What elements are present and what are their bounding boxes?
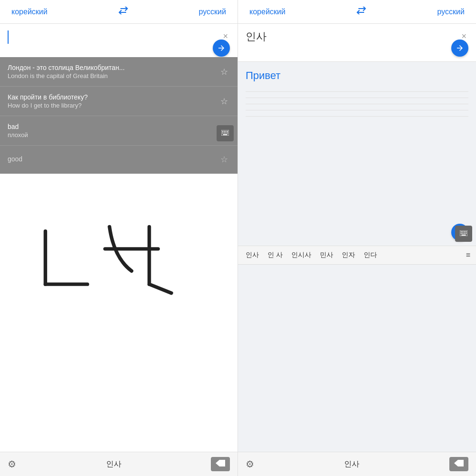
history-item-2[interactable]: Как пройти в библиотеку? How do I get to… xyxy=(0,87,238,116)
history-item-4-star[interactable]: ☆ xyxy=(218,152,230,167)
left-swap-btn[interactable] xyxy=(117,5,130,19)
svg-rect-2 xyxy=(224,131,225,132)
svg-rect-13 xyxy=(464,231,465,232)
right-input-text: 인사 xyxy=(246,30,459,44)
svg-rect-8 xyxy=(227,132,228,133)
left-bottom-bar: ⚙ 인사 xyxy=(0,452,238,476)
right-translate-btn[interactable] xyxy=(451,40,468,57)
right-backspace-btn[interactable] xyxy=(449,457,468,471)
left-bottom-text: 인사 xyxy=(106,459,121,469)
right-keyboard-btn[interactable] xyxy=(455,226,472,242)
right-header: корейский русский xyxy=(238,0,476,24)
svg-rect-7 xyxy=(226,132,227,133)
handwriting-svg xyxy=(14,205,205,328)
right-target-lang-btn[interactable]: русский xyxy=(434,6,468,18)
right-swap-btn[interactable] xyxy=(355,5,368,19)
right-bottom-bar: ⚙ 인사 xyxy=(238,452,476,476)
right-settings-btn[interactable]: ⚙ xyxy=(246,458,254,470)
left-input-area: × xyxy=(0,24,238,62)
svg-rect-19 xyxy=(461,234,466,235)
text-cursor xyxy=(8,30,9,44)
right-suggestions-menu-btn[interactable]: ≡ xyxy=(466,251,470,259)
right-panel: корейский русский 인사 × Привет xyxy=(238,0,476,476)
history-item-3-main: bad xyxy=(8,123,218,130)
right-suggestions-bar: 인사 인 사 인시사 민사 인자 인다 ≡ xyxy=(238,246,476,264)
right-source-lang-btn[interactable]: корейский xyxy=(246,6,289,18)
history-item-1-sub: London is the capital of Great Britain xyxy=(8,72,218,79)
left-settings-btn[interactable]: ⚙ xyxy=(8,458,16,470)
svg-rect-4 xyxy=(227,131,228,132)
right-suggestion-0[interactable]: 인사 xyxy=(244,250,261,260)
right-handwriting-area[interactable] xyxy=(238,264,476,452)
svg-rect-12 xyxy=(462,231,463,232)
left-source-lang-btn[interactable]: корейский xyxy=(8,6,51,18)
svg-rect-6 xyxy=(224,132,225,133)
right-suggestion-1[interactable]: 인 사 xyxy=(266,250,285,260)
right-suggestion-3[interactable]: 민사 xyxy=(318,250,335,260)
svg-rect-9 xyxy=(223,134,227,135)
svg-rect-3 xyxy=(226,131,227,132)
svg-rect-17 xyxy=(464,233,465,234)
history-item-4-main: good xyxy=(8,155,218,163)
right-result-text: Привет xyxy=(246,69,468,82)
svg-rect-5 xyxy=(222,132,223,133)
svg-rect-16 xyxy=(462,233,463,234)
svg-rect-18 xyxy=(466,233,466,234)
history-item-2-main: Как пройти в библиотеку? xyxy=(8,93,218,101)
right-result-area: Привет xyxy=(238,62,476,246)
right-bottom-text: 인사 xyxy=(344,459,359,469)
history-dropdown: Лондон - это столица Великобритан... Lon… xyxy=(0,57,238,174)
svg-rect-11 xyxy=(461,231,462,232)
right-suggestion-5[interactable]: 인다 xyxy=(362,250,379,260)
svg-rect-15 xyxy=(461,233,462,234)
history-item-3[interactable]: bad плохой ☆ xyxy=(0,116,238,146)
history-item-1[interactable]: Лондон - это столица Великобритан... Lon… xyxy=(0,57,238,87)
right-suggestion-2[interactable]: 인시사 xyxy=(289,250,313,260)
history-item-1-main: Лондон - это столица Великобритан... xyxy=(8,64,218,71)
left-panel: корейский русский × Л xyxy=(0,0,238,476)
right-input-area: 인사 × xyxy=(238,24,476,62)
history-item-1-star[interactable]: ☆ xyxy=(218,65,230,79)
history-item-2-sub: How do I get to the library? xyxy=(8,102,218,109)
history-item-2-star[interactable]: ☆ xyxy=(218,94,230,109)
left-header: корейский русский xyxy=(0,0,238,24)
left-backspace-btn[interactable] xyxy=(211,457,230,471)
svg-rect-1 xyxy=(222,131,223,132)
left-translate-btn[interactable] xyxy=(213,40,230,57)
history-item-3-sub: плохой xyxy=(8,131,218,139)
history-item-4[interactable]: good ☆ xyxy=(0,146,238,174)
left-target-lang-btn[interactable]: русский xyxy=(195,6,230,18)
svg-rect-14 xyxy=(466,231,466,232)
keyboard-toggle-btn[interactable] xyxy=(217,125,234,141)
right-suggestion-4[interactable]: 인자 xyxy=(340,250,357,260)
